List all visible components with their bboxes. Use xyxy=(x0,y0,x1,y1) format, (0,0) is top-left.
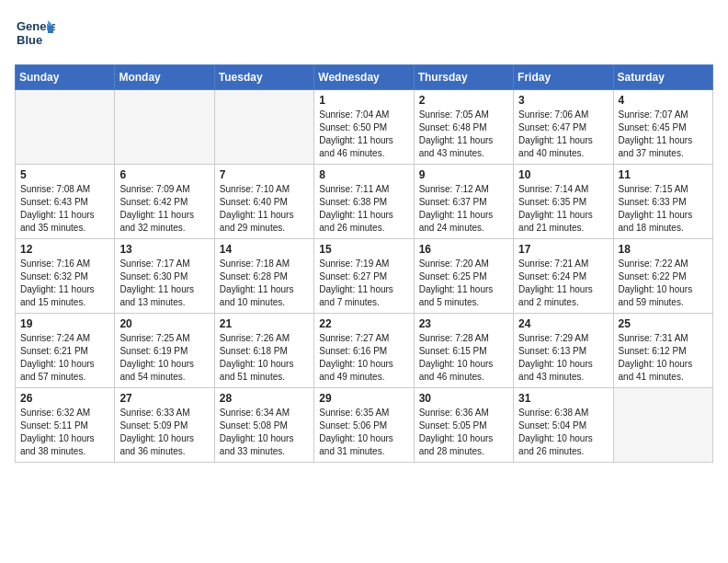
day-info: Sunrise: 7:10 AMSunset: 6:40 PMDaylight:… xyxy=(220,183,309,235)
day-info: Sunrise: 6:34 AMSunset: 5:08 PMDaylight:… xyxy=(220,407,309,458)
calendar-cell: 9Sunrise: 7:12 AMSunset: 6:37 PMDaylight… xyxy=(414,165,513,239)
day-number: 16 xyxy=(419,243,508,256)
day-info: Sunrise: 7:28 AMSunset: 6:15 PMDaylight:… xyxy=(419,332,508,384)
day-number: 24 xyxy=(518,317,608,330)
calendar-cell: 21Sunrise: 7:26 AMSunset: 6:18 PMDayligh… xyxy=(214,314,313,388)
day-info: Sunrise: 7:08 AMSunset: 6:43 PMDaylight:… xyxy=(20,183,109,235)
day-info: Sunrise: 7:06 AMSunset: 6:47 PMDaylight:… xyxy=(518,109,608,160)
calendar-cell: 29Sunrise: 6:35 AMSunset: 5:06 PMDayligh… xyxy=(314,388,414,463)
weekday-header-saturday: Saturday xyxy=(613,65,712,90)
day-number: 5 xyxy=(20,168,109,181)
day-number: 3 xyxy=(518,94,608,107)
day-info: Sunrise: 7:20 AMSunset: 6:25 PMDaylight:… xyxy=(419,258,508,309)
calendar-cell: 22Sunrise: 7:27 AMSunset: 6:16 PMDayligh… xyxy=(314,314,414,388)
calendar-cell: 10Sunrise: 7:14 AMSunset: 6:35 PMDayligh… xyxy=(514,165,613,239)
day-info: Sunrise: 6:33 AMSunset: 5:09 PMDaylight:… xyxy=(119,407,209,458)
day-number: 29 xyxy=(319,392,408,405)
day-info: Sunrise: 7:11 AMSunset: 6:38 PMDaylight:… xyxy=(319,183,408,235)
calendar-cell: 6Sunrise: 7:09 AMSunset: 6:42 PMDaylight… xyxy=(115,165,214,239)
calendar-cell: 30Sunrise: 6:36 AMSunset: 5:05 PMDayligh… xyxy=(414,388,513,463)
day-info: Sunrise: 7:14 AMSunset: 6:35 PMDaylight:… xyxy=(518,183,608,235)
day-number: 19 xyxy=(20,317,109,330)
day-info: Sunrise: 7:09 AMSunset: 6:42 PMDaylight:… xyxy=(119,183,209,235)
calendar-cell: 19Sunrise: 7:24 AMSunset: 6:21 PMDayligh… xyxy=(16,314,115,388)
calendar-cell: 2Sunrise: 7:05 AMSunset: 6:48 PMDaylight… xyxy=(414,90,513,165)
day-number: 30 xyxy=(419,392,508,405)
day-number: 27 xyxy=(119,392,209,405)
calendar-cell: 20Sunrise: 7:25 AMSunset: 6:19 PMDayligh… xyxy=(115,314,214,388)
day-info: Sunrise: 7:12 AMSunset: 6:37 PMDaylight:… xyxy=(419,183,508,235)
weekday-header-monday: Monday xyxy=(115,65,214,90)
day-info: Sunrise: 7:21 AMSunset: 6:24 PMDaylight:… xyxy=(518,258,608,309)
day-number: 23 xyxy=(419,317,508,330)
logo: General Blue xyxy=(15,15,55,55)
calendar-cell xyxy=(16,90,115,165)
svg-text:Blue: Blue xyxy=(17,33,42,47)
calendar-cell: 17Sunrise: 7:21 AMSunset: 6:24 PMDayligh… xyxy=(514,239,613,314)
day-number: 4 xyxy=(619,94,708,107)
day-number: 20 xyxy=(119,317,209,330)
calendar-cell: 28Sunrise: 6:34 AMSunset: 5:08 PMDayligh… xyxy=(214,388,313,463)
calendar-cell xyxy=(214,90,313,165)
day-info: Sunrise: 7:29 AMSunset: 6:13 PMDaylight:… xyxy=(518,332,608,384)
day-number: 9 xyxy=(419,168,508,181)
calendar-cell: 16Sunrise: 7:20 AMSunset: 6:25 PMDayligh… xyxy=(414,239,513,314)
day-number: 8 xyxy=(319,168,408,181)
day-number: 25 xyxy=(619,317,708,330)
day-number: 22 xyxy=(319,317,408,330)
day-info: Sunrise: 7:31 AMSunset: 6:12 PMDaylight:… xyxy=(619,332,708,384)
day-info: Sunrise: 7:18 AMSunset: 6:28 PMDaylight:… xyxy=(220,258,309,309)
day-info: Sunrise: 6:35 AMSunset: 5:06 PMDaylight:… xyxy=(319,407,408,458)
day-info: Sunrise: 7:19 AMSunset: 6:27 PMDaylight:… xyxy=(319,258,408,309)
day-info: Sunrise: 6:32 AMSunset: 5:11 PMDaylight:… xyxy=(20,407,109,458)
day-info: Sunrise: 7:15 AMSunset: 6:33 PMDaylight:… xyxy=(619,183,708,235)
day-number: 26 xyxy=(20,392,109,405)
calendar-cell: 1Sunrise: 7:04 AMSunset: 6:50 PMDaylight… xyxy=(314,90,414,165)
calendar-cell: 23Sunrise: 7:28 AMSunset: 6:15 PMDayligh… xyxy=(414,314,513,388)
day-info: Sunrise: 7:05 AMSunset: 6:48 PMDaylight:… xyxy=(419,109,508,160)
day-number: 14 xyxy=(220,243,309,256)
calendar-cell: 3Sunrise: 7:06 AMSunset: 6:47 PMDaylight… xyxy=(514,90,613,165)
calendar-cell: 7Sunrise: 7:10 AMSunset: 6:40 PMDaylight… xyxy=(214,165,313,239)
svg-marker-4 xyxy=(48,26,53,33)
day-info: Sunrise: 7:07 AMSunset: 6:45 PMDaylight:… xyxy=(619,109,708,160)
day-number: 31 xyxy=(518,392,608,405)
calendar-cell: 27Sunrise: 6:33 AMSunset: 5:09 PMDayligh… xyxy=(115,388,214,463)
day-number: 13 xyxy=(119,243,209,256)
day-number: 21 xyxy=(220,317,309,330)
page-header: General Blue xyxy=(15,15,713,55)
weekday-header-friday: Friday xyxy=(514,65,613,90)
calendar-cell: 11Sunrise: 7:15 AMSunset: 6:33 PMDayligh… xyxy=(613,165,712,239)
day-number: 6 xyxy=(119,168,209,181)
day-number: 10 xyxy=(518,168,608,181)
day-number: 2 xyxy=(419,94,508,107)
calendar-cell: 25Sunrise: 7:31 AMSunset: 6:12 PMDayligh… xyxy=(613,314,712,388)
day-number: 18 xyxy=(619,243,708,256)
day-info: Sunrise: 7:27 AMSunset: 6:16 PMDaylight:… xyxy=(319,332,408,384)
calendar-cell: 14Sunrise: 7:18 AMSunset: 6:28 PMDayligh… xyxy=(214,239,313,314)
calendar-cell: 18Sunrise: 7:22 AMSunset: 6:22 PMDayligh… xyxy=(613,239,712,314)
calendar-cell: 12Sunrise: 7:16 AMSunset: 6:32 PMDayligh… xyxy=(16,239,115,314)
calendar-cell: 15Sunrise: 7:19 AMSunset: 6:27 PMDayligh… xyxy=(314,239,414,314)
calendar-table: SundayMondayTuesdayWednesdayThursdayFrid… xyxy=(15,64,713,463)
day-number: 12 xyxy=(20,243,109,256)
calendar-cell: 24Sunrise: 7:29 AMSunset: 6:13 PMDayligh… xyxy=(514,314,613,388)
day-info: Sunrise: 7:26 AMSunset: 6:18 PMDaylight:… xyxy=(220,332,309,384)
logo-svg: General Blue xyxy=(15,15,55,55)
day-info: Sunrise: 7:16 AMSunset: 6:32 PMDaylight:… xyxy=(20,258,109,309)
weekday-header-sunday: Sunday xyxy=(16,65,115,90)
weekday-header-tuesday: Tuesday xyxy=(214,65,313,90)
calendar-cell xyxy=(613,388,712,463)
calendar-cell: 26Sunrise: 6:32 AMSunset: 5:11 PMDayligh… xyxy=(16,388,115,463)
calendar-cell: 4Sunrise: 7:07 AMSunset: 6:45 PMDaylight… xyxy=(613,90,712,165)
calendar-cell: 13Sunrise: 7:17 AMSunset: 6:30 PMDayligh… xyxy=(115,239,214,314)
day-number: 15 xyxy=(319,243,408,256)
calendar-cell: 5Sunrise: 7:08 AMSunset: 6:43 PMDaylight… xyxy=(16,165,115,239)
day-number: 17 xyxy=(518,243,608,256)
day-info: Sunrise: 6:38 AMSunset: 5:04 PMDaylight:… xyxy=(518,407,608,458)
day-number: 28 xyxy=(220,392,309,405)
day-info: Sunrise: 7:17 AMSunset: 6:30 PMDaylight:… xyxy=(119,258,209,309)
calendar-cell: 8Sunrise: 7:11 AMSunset: 6:38 PMDaylight… xyxy=(314,165,414,239)
day-number: 1 xyxy=(319,94,408,107)
day-info: Sunrise: 7:24 AMSunset: 6:21 PMDaylight:… xyxy=(20,332,109,384)
